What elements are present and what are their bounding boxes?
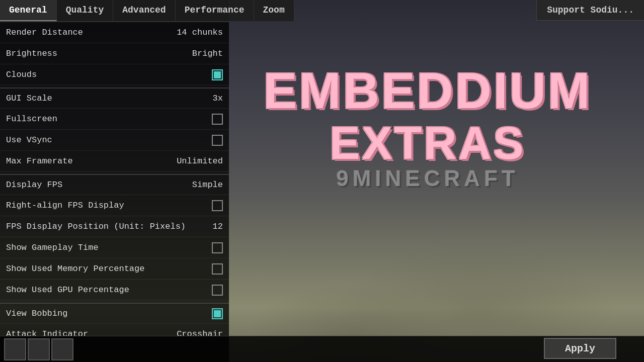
tab-quality[interactable]: Quality: [57, 0, 114, 21]
setting-label-3: GUI Scale: [6, 94, 52, 103]
setting-row-5[interactable]: Use VSync: [0, 130, 229, 151]
tab-general[interactable]: General: [0, 0, 57, 21]
checkbox-checked-2[interactable]: [212, 69, 223, 80]
support-button[interactable]: Support Sodiu...: [536, 0, 644, 21]
checkbox-empty-10[interactable]: [212, 242, 223, 253]
setting-label-7: Display FPS: [6, 180, 62, 190]
setting-row-7[interactable]: Display FPSSimple: [0, 174, 229, 195]
checkbox-empty-4[interactable]: [212, 114, 223, 125]
hotbar-slot-2: [28, 338, 50, 360]
setting-label-5: Use VSync: [6, 135, 52, 145]
watermark-area: EMBEDDIUM EXTRAS 9MINECRAFT: [236, 65, 619, 191]
setting-label-6: Max Framerate: [6, 156, 73, 166]
setting-row-9[interactable]: FPS Display Position (Unit: Pixels)12: [0, 216, 229, 237]
hotbar-slot-3: [51, 338, 73, 360]
setting-label-13: View Bobbing: [6, 309, 67, 318]
setting-value-6: Unlimited: [177, 156, 223, 166]
setting-label-10: Show Gameplay Time: [6, 243, 99, 252]
tabs-bar: General Quality Advanced Performance Zoo…: [0, 0, 229, 22]
bottom-bar: Apply: [0, 336, 644, 362]
setting-row-2[interactable]: Clouds: [0, 64, 229, 85]
tab-zoom[interactable]: Zoom: [254, 0, 294, 21]
setting-row-8[interactable]: Right-align FPS Display: [0, 195, 229, 216]
setting-value-0: 14 chunks: [177, 28, 223, 37]
setting-row-0[interactable]: Render Distance14 chunks: [0, 22, 229, 43]
setting-row-13[interactable]: View Bobbing: [0, 303, 229, 324]
apply-button[interactable]: Apply: [544, 338, 616, 359]
settings-list: Render Distance14 chunksBrightnessBright…: [0, 22, 229, 362]
checkbox-empty-5[interactable]: [212, 135, 223, 146]
setting-label-9: FPS Display Position (Unit: Pixels): [6, 222, 186, 231]
setting-row-10[interactable]: Show Gameplay Time: [0, 237, 229, 258]
checkbox-checked-13[interactable]: [212, 308, 223, 319]
setting-row-1[interactable]: BrightnessBright: [0, 43, 229, 64]
setting-label-8: Right-align FPS Display: [6, 201, 124, 210]
hotbar-slots: [0, 335, 77, 363]
checkbox-empty-12[interactable]: [212, 285, 223, 296]
checkbox-empty-8[interactable]: [212, 200, 223, 211]
watermark-title: EMBEDDIUM: [264, 65, 592, 116]
setting-value-3: 3x: [213, 94, 223, 103]
setting-value-1: Bright: [192, 49, 223, 58]
hotbar-slot-1: [4, 338, 26, 360]
setting-label-1: Brightness: [6, 49, 57, 58]
setting-row-11[interactable]: Show Used Memory Percentage: [0, 258, 229, 280]
setting-label-4: Fullscreen: [6, 114, 57, 124]
tab-advanced[interactable]: Advanced: [113, 0, 175, 21]
tab-performance[interactable]: Performance: [176, 0, 254, 21]
checkbox-empty-11[interactable]: [212, 263, 223, 275]
setting-label-2: Clouds: [6, 70, 37, 79]
setting-row-12[interactable]: Show Used GPU Percentage: [0, 280, 229, 301]
setting-row-4[interactable]: Fullscreen: [0, 109, 229, 130]
setting-label-0: Render Distance: [6, 28, 83, 37]
watermark-subtitle: EXTRAS: [330, 121, 525, 166]
setting-value-9: 12: [213, 222, 223, 231]
watermark-game: 9MINECRAFT: [336, 166, 519, 191]
setting-row-3[interactable]: GUI Scale3x: [0, 87, 229, 109]
setting-label-11: Show Used Memory Percentage: [6, 264, 144, 274]
setting-value-7: Simple: [192, 180, 223, 190]
setting-row-6[interactable]: Max FramerateUnlimited: [0, 151, 229, 172]
settings-panel: General Quality Advanced Performance Zoo…: [0, 0, 229, 362]
setting-label-12: Show Used GPU Percentage: [6, 285, 129, 295]
